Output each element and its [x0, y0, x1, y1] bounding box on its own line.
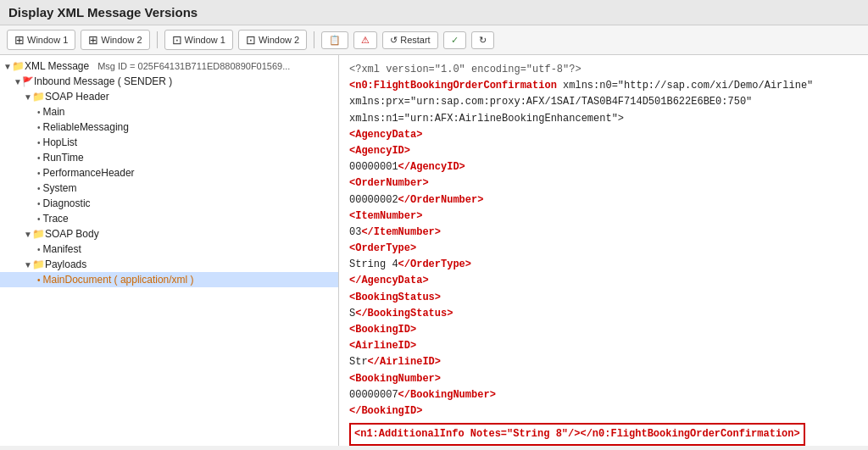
xml-line-agencyid-open: <AgencyID> [349, 143, 858, 159]
tag-flight-open: <n0:FlightBookingOrderConfirmation [349, 80, 557, 92]
tag-bookingid-open: <BookingID> [349, 324, 416, 336]
xml-line-bookingid-close: </BookingID> [349, 403, 858, 419]
xml-line-airlineid-val: Str</AirlineID> [349, 354, 858, 370]
tag-agencyid-open: <AgencyID> [349, 145, 410, 157]
tag-airlineid-open: <AirlineID> [349, 340, 416, 352]
folder-icon-payloads: 📁 [32, 258, 45, 270]
tag-airlineid-close: </AirlineID> [368, 356, 441, 368]
xml-line-ordertype-open: <OrderType> [349, 241, 858, 257]
val-ordernumber: 00000002 [349, 194, 398, 206]
window-icon-b1: ⊡ [172, 33, 182, 47]
bullet-manifest: • [37, 245, 41, 254]
tag-bookingstatus-open: <BookingStatus> [349, 292, 441, 303]
xml-line-ordernumber-val: 00000002</OrderNumber> [349, 192, 858, 208]
tree-item-system[interactable]: • System [0, 181, 338, 196]
tag-additionalinfo: <n1:AdditionalInfo Notes="String 8"/></n… [354, 428, 800, 440]
tag-itemnumber-close: </ItemNumber> [361, 226, 441, 238]
tag-ordertype-close: </OrderType> [398, 258, 471, 270]
window1-a-button[interactable]: ⊞ Window 1 [7, 30, 75, 50]
bullet-reliable: • [37, 123, 41, 132]
tree-label-maindoc: MainDocument ( application/xml ) [43, 274, 194, 286]
window2-a-button[interactable]: ⊞ Window 2 [81, 30, 149, 50]
val-bookingnumber: 00000007 [349, 389, 398, 401]
tree-label-soap-header: SOAP Header [45, 91, 109, 103]
tree-item-main[interactable]: • Main [0, 104, 338, 119]
toolbar: ⊞ Window 1 ⊞ Window 2 ⊡ Window 1 ⊡ Windo… [0, 25, 868, 55]
error-icon-button[interactable]: ⚠ [353, 31, 377, 49]
xml-line-bookingstatus-open: <BookingStatus> [349, 290, 858, 306]
restart-button[interactable]: ↺ Restart [382, 31, 437, 49]
xml-panel: <?xml version="1.0" encoding="utf-8"?> <… [339, 55, 868, 446]
tag-bookingid-close: </BookingID> [349, 405, 422, 417]
tree-label-xml-message: XML Message Msg ID = 025F64131B711ED8808… [25, 60, 290, 72]
xml-line-ordertype-val: String 4</OrderType> [349, 257, 858, 273]
tree-item-inbound[interactable]: ▼ 🚩 Inbound Message ( SENDER ) [0, 74, 338, 89]
val-itemnumber: 03 [349, 226, 361, 238]
window-icon-b2: ⊡ [246, 33, 256, 47]
tree-item-maindoc[interactable]: • MainDocument ( application/xml ) [0, 272, 338, 287]
tree-item-manifest[interactable]: • Manifest [0, 242, 338, 257]
tree-item-payloads[interactable]: ▼ 📁 Payloads [0, 257, 338, 272]
window1-b-label: Window 1 [185, 35, 225, 45]
window2-b-label: Window 2 [259, 35, 299, 45]
folder-icon-soap-body: 📁 [32, 228, 45, 240]
folder-icon-xml-message: 📁 [12, 60, 25, 72]
tree-label-system: System [43, 182, 77, 194]
tag-ordernumber-close: </OrderNumber> [398, 194, 484, 206]
tree-item-runtime[interactable]: • RunTime [0, 150, 338, 165]
main-content: ▼ 📁 XML Message Msg ID = 025F64131B711ED… [0, 55, 868, 446]
separator-1 [157, 31, 158, 48]
expand-icon-soap-body[interactable]: ▼ [24, 230, 32, 239]
tag-bookingnumber-open: <BookingNumber> [349, 373, 441, 385]
tree-panel: ▼ 📁 XML Message Msg ID = 025F64131B711ED… [0, 55, 339, 446]
msg-id: Msg ID = 025F64131B711ED880890F01569... [97, 61, 290, 71]
window2-a-label: Window 2 [101, 35, 142, 45]
tree-item-reliable[interactable]: • ReliableMessaging [0, 119, 338, 135]
window1-b-button[interactable]: ⊡ Window 1 [164, 30, 233, 50]
copy-icon-button[interactable]: 📋 [321, 31, 348, 49]
expand-icon-xml-message[interactable]: ▼ [3, 62, 12, 71]
tag-ordertype-open: <OrderType> [349, 242, 416, 254]
expand-icon-inbound[interactable]: ▼ [14, 77, 22, 86]
bullet-hoplist: • [37, 138, 41, 147]
xml-decl-text: <?xml version="1.0" encoding="utf-8"?> [349, 64, 581, 75]
tag-bookingstatus-close: </BookingStatus> [355, 308, 453, 319]
xml-line-airlineid-open: <AirlineID> [349, 338, 858, 354]
tree-label-reliable: ReliableMessaging [43, 121, 129, 133]
refresh-icon: ↻ [479, 35, 487, 46]
tree-item-soap-header[interactable]: ▼ 📁 SOAP Header [0, 89, 338, 104]
folder-icon-soap-header: 📁 [32, 91, 45, 103]
tree-label-perfheader: PerformanceHeader [43, 167, 135, 179]
bullet-trace: • [37, 214, 41, 224]
attr-xmlns-n1: xmlns:n1="urn:AFX:AirlineBookingEnhancem… [349, 113, 624, 125]
xml-line-bookingid-open: <BookingID> [349, 322, 858, 338]
check-button[interactable]: ✓ [443, 31, 466, 49]
xml-line-highlight: <n1:AdditionalInfo Notes="String 8"/></n… [349, 423, 858, 446]
xml-line-2: xmlns:prx="urn:sap.com:proxy:AFX/1SAI/TA… [349, 94, 858, 110]
tree-label-hoplist: HopList [43, 136, 78, 148]
xml-line-bookingstatus-val: S</BookingStatus> [349, 306, 858, 322]
expand-icon-soap-header[interactable]: ▼ [24, 92, 32, 102]
tag-itemnumber-open: <ItemNumber> [349, 210, 422, 222]
tree-item-trace[interactable]: • Trace [0, 211, 338, 226]
tree-item-diagnostic[interactable]: • Diagnostic [0, 196, 338, 211]
flag-icon-inbound: 🚩 [22, 76, 34, 87]
tree-label-trace: Trace [43, 213, 69, 225]
tree-label-manifest: Manifest [43, 243, 81, 255]
tree-item-hoplist[interactable]: • HopList [0, 135, 338, 150]
refresh-button[interactable]: ↻ [471, 31, 494, 49]
bullet-maindoc: • [37, 275, 41, 285]
xml-line-agencyid-val: 00000001</AgencyID> [349, 159, 858, 175]
highlight-line: <n1:AdditionalInfo Notes="String 8"/></n… [349, 423, 805, 446]
window2-b-button[interactable]: ⊡ Window 2 [238, 30, 307, 50]
bullet-system: • [37, 184, 41, 193]
tag-ordernumber-open: <OrderNumber> [349, 177, 429, 189]
expand-icon-payloads[interactable]: ▼ [24, 260, 32, 269]
restart-icon: ↺ [390, 35, 398, 46]
tree-item-xml-message[interactable]: ▼ 📁 XML Message Msg ID = 025F64131B711ED… [0, 58, 338, 74]
tag-agencydata-close: </AgencyData> [349, 275, 429, 286]
tag-agencydata-open: <AgencyData> [349, 129, 422, 141]
tree-item-soap-body[interactable]: ▼ 📁 SOAP Body [0, 226, 338, 242]
tree-item-perfheader[interactable]: • PerformanceHeader [0, 165, 338, 181]
restart-label: Restart [400, 35, 430, 45]
